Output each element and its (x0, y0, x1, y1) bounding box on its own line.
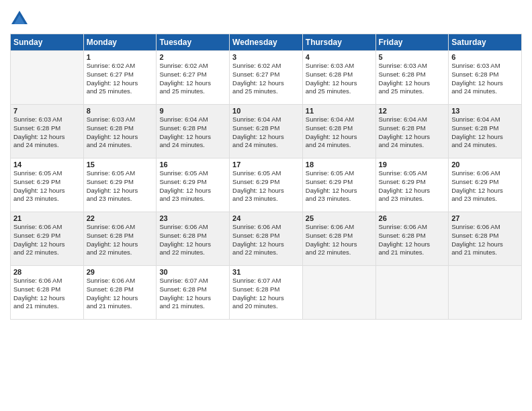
day-number: 10 (232, 107, 300, 115)
calendar-day-cell: 30Sunrise: 6:07 AM Sunset: 6:28 PM Dayli… (157, 266, 230, 320)
calendar-day-cell: 7Sunrise: 6:03 AM Sunset: 6:28 PM Daylig… (11, 105, 84, 158)
calendar-day-cell: 2Sunrise: 6:02 AM Sunset: 6:27 PM Daylig… (157, 51, 230, 105)
day-info: Sunrise: 6:05 AM Sunset: 6:29 PM Dayligh… (13, 169, 81, 203)
day-number: 23 (159, 214, 226, 222)
calendar-day-cell: 10Sunrise: 6:04 AM Sunset: 6:28 PM Dayli… (230, 105, 303, 158)
calendar-day-cell: 21Sunrise: 6:06 AM Sunset: 6:29 PM Dayli… (11, 212, 84, 266)
day-number: 7 (13, 107, 81, 115)
day-number: 19 (379, 161, 446, 169)
weekday-sunday: Sunday (11, 34, 84, 51)
day-info: Sunrise: 6:04 AM Sunset: 6:28 PM Dayligh… (159, 116, 226, 150)
calendar-day-cell: 28Sunrise: 6:06 AM Sunset: 6:28 PM Dayli… (11, 266, 84, 320)
calendar-day-cell: 26Sunrise: 6:06 AM Sunset: 6:28 PM Dayli… (375, 212, 449, 266)
day-number: 5 (379, 53, 446, 61)
calendar-week-row: 21Sunrise: 6:06 AM Sunset: 6:29 PM Dayli… (11, 212, 522, 266)
day-info: Sunrise: 6:05 AM Sunset: 6:29 PM Dayligh… (159, 169, 226, 203)
day-number: 18 (306, 161, 373, 169)
calendar-day-cell (302, 266, 375, 320)
day-number: 1 (87, 53, 154, 61)
calendar-week-row: 7Sunrise: 6:03 AM Sunset: 6:28 PM Daylig… (11, 105, 522, 158)
day-info: Sunrise: 6:06 AM Sunset: 6:28 PM Dayligh… (87, 223, 154, 257)
day-info: Sunrise: 6:06 AM Sunset: 6:29 PM Dayligh… (451, 169, 519, 203)
day-number: 12 (379, 107, 446, 115)
calendar-day-cell: 12Sunrise: 6:04 AM Sunset: 6:28 PM Dayli… (375, 105, 449, 158)
day-number: 30 (159, 268, 226, 276)
day-info: Sunrise: 6:04 AM Sunset: 6:28 PM Dayligh… (451, 116, 519, 150)
day-number: 31 (232, 268, 300, 276)
calendar-day-cell: 31Sunrise: 6:07 AM Sunset: 6:28 PM Dayli… (230, 266, 303, 320)
day-info: Sunrise: 6:02 AM Sunset: 6:27 PM Dayligh… (232, 62, 300, 96)
calendar-day-cell (449, 266, 522, 320)
day-info: Sunrise: 6:06 AM Sunset: 6:28 PM Dayligh… (87, 277, 154, 311)
calendar-day-cell: 22Sunrise: 6:06 AM Sunset: 6:28 PM Dayli… (83, 212, 157, 266)
calendar-day-cell: 3Sunrise: 6:02 AM Sunset: 6:27 PM Daylig… (230, 51, 303, 105)
day-info: Sunrise: 6:03 AM Sunset: 6:28 PM Dayligh… (379, 62, 446, 96)
weekday-monday: Monday (83, 34, 157, 51)
calendar-day-cell: 23Sunrise: 6:06 AM Sunset: 6:28 PM Dayli… (157, 212, 230, 266)
calendar-table: SundayMondayTuesdayWednesdayThursdayFrid… (10, 34, 522, 320)
weekday-thursday: Thursday (302, 34, 375, 51)
day-number: 4 (306, 53, 373, 61)
weekday-header-row: SundayMondayTuesdayWednesdayThursdayFrid… (11, 34, 522, 51)
weekday-tuesday: Tuesday (157, 34, 230, 51)
calendar-day-cell: 19Sunrise: 6:05 AM Sunset: 6:29 PM Dayli… (375, 158, 449, 212)
day-info: Sunrise: 6:06 AM Sunset: 6:28 PM Dayligh… (159, 223, 226, 257)
calendar-week-row: 14Sunrise: 6:05 AM Sunset: 6:29 PM Dayli… (11, 158, 522, 212)
day-number: 28 (13, 268, 81, 276)
day-info: Sunrise: 6:06 AM Sunset: 6:28 PM Dayligh… (232, 223, 300, 257)
day-info: Sunrise: 6:04 AM Sunset: 6:28 PM Dayligh… (379, 116, 446, 150)
day-info: Sunrise: 6:05 AM Sunset: 6:29 PM Dayligh… (232, 169, 300, 203)
day-number: 24 (232, 214, 300, 222)
day-number: 17 (232, 161, 300, 169)
calendar-day-cell: 4Sunrise: 6:03 AM Sunset: 6:28 PM Daylig… (302, 51, 375, 105)
calendar-week-row: 1Sunrise: 6:02 AM Sunset: 6:27 PM Daylig… (11, 51, 522, 105)
day-info: Sunrise: 6:05 AM Sunset: 6:29 PM Dayligh… (87, 169, 154, 203)
weekday-saturday: Saturday (449, 34, 522, 51)
day-info: Sunrise: 6:03 AM Sunset: 6:28 PM Dayligh… (306, 62, 373, 96)
calendar-day-cell (11, 51, 84, 105)
day-number: 6 (451, 53, 519, 61)
day-info: Sunrise: 6:03 AM Sunset: 6:28 PM Dayligh… (451, 62, 519, 96)
calendar-day-cell: 20Sunrise: 6:06 AM Sunset: 6:29 PM Dayli… (449, 158, 522, 212)
day-info: Sunrise: 6:06 AM Sunset: 6:28 PM Dayligh… (13, 277, 81, 311)
day-number: 11 (306, 107, 373, 115)
day-number: 25 (306, 214, 373, 222)
day-info: Sunrise: 6:02 AM Sunset: 6:27 PM Dayligh… (87, 62, 154, 96)
day-info: Sunrise: 6:04 AM Sunset: 6:28 PM Dayligh… (232, 116, 300, 150)
calendar-day-cell: 5Sunrise: 6:03 AM Sunset: 6:28 PM Daylig… (375, 51, 449, 105)
day-number: 15 (87, 161, 154, 169)
calendar-day-cell: 25Sunrise: 6:06 AM Sunset: 6:28 PM Dayli… (302, 212, 375, 266)
day-info: Sunrise: 6:03 AM Sunset: 6:28 PM Dayligh… (13, 116, 81, 150)
day-number: 29 (87, 268, 154, 276)
logo (10, 9, 32, 28)
logo-icon (10, 9, 29, 28)
day-number: 16 (159, 161, 226, 169)
day-number: 13 (451, 107, 519, 115)
calendar-week-row: 28Sunrise: 6:06 AM Sunset: 6:28 PM Dayli… (11, 266, 522, 320)
day-info: Sunrise: 6:05 AM Sunset: 6:29 PM Dayligh… (306, 169, 373, 203)
calendar-day-cell: 18Sunrise: 6:05 AM Sunset: 6:29 PM Dayli… (302, 158, 375, 212)
calendar-day-cell: 15Sunrise: 6:05 AM Sunset: 6:29 PM Dayli… (83, 158, 157, 212)
day-info: Sunrise: 6:07 AM Sunset: 6:28 PM Dayligh… (159, 277, 226, 311)
day-info: Sunrise: 6:06 AM Sunset: 6:29 PM Dayligh… (13, 223, 81, 257)
day-number: 27 (451, 214, 519, 222)
calendar-day-cell: 14Sunrise: 6:05 AM Sunset: 6:29 PM Dayli… (11, 158, 84, 212)
calendar-day-cell: 24Sunrise: 6:06 AM Sunset: 6:28 PM Dayli… (230, 212, 303, 266)
calendar-day-cell: 8Sunrise: 6:03 AM Sunset: 6:28 PM Daylig… (83, 105, 157, 158)
weekday-wednesday: Wednesday (230, 34, 303, 51)
day-info: Sunrise: 6:07 AM Sunset: 6:28 PM Dayligh… (232, 277, 300, 311)
day-number: 26 (379, 214, 446, 222)
calendar-day-cell: 29Sunrise: 6:06 AM Sunset: 6:28 PM Dayli… (83, 266, 157, 320)
calendar-day-cell (375, 266, 449, 320)
day-number: 3 (232, 53, 300, 61)
day-info: Sunrise: 6:06 AM Sunset: 6:28 PM Dayligh… (451, 223, 519, 257)
calendar-day-cell: 13Sunrise: 6:04 AM Sunset: 6:28 PM Dayli… (449, 105, 522, 158)
calendar-day-cell: 16Sunrise: 6:05 AM Sunset: 6:29 PM Dayli… (157, 158, 230, 212)
day-info: Sunrise: 6:06 AM Sunset: 6:28 PM Dayligh… (379, 223, 446, 257)
calendar-day-cell: 1Sunrise: 6:02 AM Sunset: 6:27 PM Daylig… (83, 51, 157, 105)
page: SundayMondayTuesdayWednesdayThursdayFrid… (0, 0, 532, 411)
day-number: 21 (13, 214, 81, 222)
day-number: 8 (87, 107, 154, 115)
day-number: 22 (87, 214, 154, 222)
weekday-friday: Friday (375, 34, 449, 51)
